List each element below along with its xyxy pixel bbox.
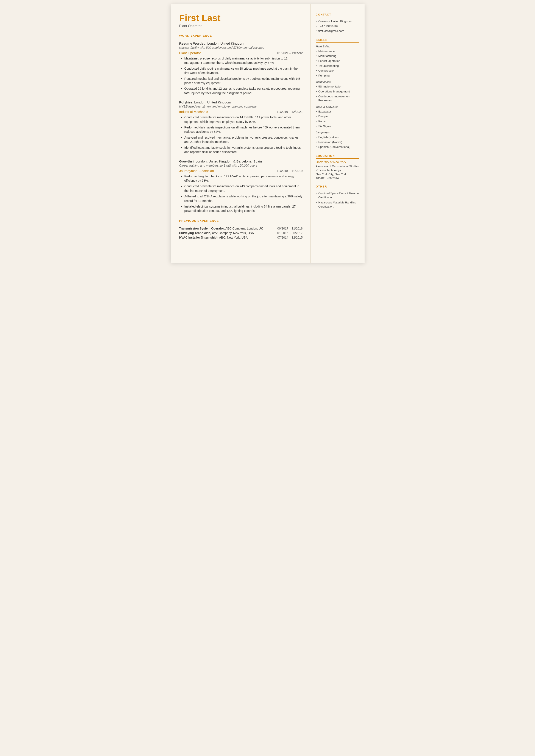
employer-rest-3: London, United Kingdom & Barcelona, Spai… <box>195 159 262 163</box>
job-dates-1: 01/2021 – Present <box>277 51 303 55</box>
main-column: First Last Plant Operator WORK EXPERIENC… <box>171 4 311 263</box>
job-title-1: Plant Operator <box>179 51 201 55</box>
tool-kaizen: Kaizen <box>316 119 359 124</box>
job-bullets-2: Conducted preventative maintenance on 14… <box>179 115 303 154</box>
prev-exp-row-2: Surveying Technician, XYZ Company, New Y… <box>179 231 303 235</box>
edu-school: University of New York <box>316 160 359 164</box>
skill-maintenance: Maintenance <box>316 49 359 54</box>
technique-5s: 5S Implementation <box>316 84 359 89</box>
job-row-3: Journeyman Electrician 12/2018 – 11/2019 <box>179 169 303 173</box>
bullet-3-3: Adhered to all OSHA regulations while wo… <box>181 194 303 203</box>
employer-desc-1: Nuclear facility with 500 employees and … <box>179 46 303 49</box>
hard-skills-list: Maintenance Manufacturing Forklift Opera… <box>316 49 359 78</box>
work-experience-header: WORK EXPERIENCE <box>179 34 303 38</box>
skill-troubleshooting: Troubleshooting <box>316 64 359 69</box>
technique-ci: Continuous Improvement Processes <box>316 94 359 103</box>
lang-romanian: Romanian (Native) <box>316 140 359 145</box>
skill-pumping: Pumping <box>316 73 359 78</box>
previous-experience-table: Transmission System Operator, ABC Compan… <box>179 227 303 239</box>
employer-rest-1: London, United Kingdom <box>207 42 244 45</box>
employer-bold-2: Polyhire, <box>179 100 193 104</box>
other-confined-space: Confined Space Entry & Rescue Certificat… <box>316 191 359 200</box>
employer-bold-3: Growthsi, <box>179 159 195 163</box>
job-block-2: Polyhire, London, United Kingdom NYSE-li… <box>179 100 303 154</box>
contact-email: first.last@gmail.com <box>316 29 359 34</box>
job-block-1: Resume Worded, London, United Kingdom Nu… <box>179 42 303 95</box>
bullet-3-1: Performed regular checks on 122 HVAC uni… <box>181 174 303 183</box>
skills-header: SKILLS <box>316 38 359 43</box>
hard-skills-label: Hard Skills: <box>316 45 359 48</box>
job-title-3: Journeyman Electrician <box>179 169 214 173</box>
job-bullets-3: Performed regular checks on 122 HVAC uni… <box>179 174 303 213</box>
job-dates-3: 12/2018 – 11/2019 <box>277 169 302 173</box>
bullet-1-4: Operated 29 forklifts and 12 cranes to c… <box>181 86 303 95</box>
languages-list: English (Native) Romanian (Native) Spani… <box>316 135 359 150</box>
bullet-2-1: Conducted preventative maintenance on 14… <box>181 115 303 124</box>
skill-forklift: Forklift Operation <box>316 59 359 64</box>
languages-label: Languages: <box>316 131 359 134</box>
name-title-block: First Last Plant Operator <box>179 13 303 28</box>
skill-compression: Compression <box>316 68 359 73</box>
techniques-list: 5S Implementation Operations Management … <box>316 84 359 103</box>
prev-exp-title-3: HVAC Installer (Internship), ABC, New Yo… <box>179 236 248 239</box>
bullet-1-2: Conducted daily routine maintenance on 3… <box>181 66 303 75</box>
other-header: OTHER <box>316 185 359 189</box>
edu-dates: 10/2011 - 06/2014 <box>316 176 359 180</box>
edu-degree: Associate of Occupational Studies <box>316 164 359 168</box>
edu-field: Process Technology <box>316 168 359 172</box>
contact-list: Coventry, United Kingdom +44 123456789 f… <box>316 19 359 34</box>
prev-exp-dates-2: 01/2016 – 05/2017 <box>277 231 302 235</box>
employer-bold-1: Resume Worded, <box>179 42 207 45</box>
education-header: EDUCATION <box>316 154 359 159</box>
lang-spanish: Spanish (Conversational) <box>316 145 359 150</box>
prev-exp-title-2: Surveying Technician, XYZ Company, New Y… <box>179 231 254 235</box>
bullet-2-3: Analyzed and resolved mechanical problem… <box>181 135 303 144</box>
resume-page: First Last Plant Operator WORK EXPERIENC… <box>171 4 365 263</box>
contact-header: CONTACT <box>316 13 359 17</box>
job-bullets-1: Maintained precise records of daily main… <box>179 56 303 95</box>
tools-list: Excavator Dumper Kaizen Six Sigma <box>316 109 359 129</box>
employer-desc-2: NYSE-listed recruitment and employer bra… <box>179 105 303 108</box>
previous-experience-header: PREVIOUS EXPERIENCE <box>179 219 303 223</box>
tool-sixsigma: Six Sigma <box>316 124 359 129</box>
contact-phone: +44 123456789 <box>316 24 359 29</box>
contact-address: Coventry, United Kingdom <box>316 19 359 24</box>
employer-name-2: Polyhire, London, United Kingdom <box>179 100 303 104</box>
prev-exp-row-1: Transmission System Operator, ABC Compan… <box>179 227 303 230</box>
job-block-3: Growthsi, London, United Kingdom & Barce… <box>179 159 303 213</box>
prev-exp-row-3: HVAC Installer (Internship), ABC, New Yo… <box>179 236 303 239</box>
prev-exp-dates-1: 06/2017 – 11/2018 <box>277 227 302 230</box>
lang-english: English (Native) <box>316 135 359 140</box>
employer-rest-2: London, United Kingdom <box>194 100 231 104</box>
techniques-label: Techniques: <box>316 80 359 83</box>
other-hazmat: Hazardous Materials Handling Certificati… <box>316 200 359 210</box>
job-dates-2: 12/2019 – 12/2021 <box>277 110 302 114</box>
job-title-2: Industrial Mechanic <box>179 110 208 114</box>
tool-excavator: Excavator <box>316 109 359 114</box>
bullet-2-2: Performed daily safety inspections on al… <box>181 125 303 134</box>
job-row-1: Plant Operator 01/2021 – Present <box>179 51 303 55</box>
tool-dumper: Dumper <box>316 114 359 119</box>
bullet-1-1: Maintained precise records of daily main… <box>181 56 303 65</box>
technique-ops: Operations Management <box>316 89 359 94</box>
skill-manufacturing: Manufacturing <box>316 54 359 59</box>
employer-name-1: Resume Worded, London, United Kingdom <box>179 42 303 45</box>
sidebar-column: CONTACT Coventry, United Kingdom +44 123… <box>311 4 365 263</box>
candidate-name: First Last <box>179 13 303 23</box>
other-list: Confined Space Entry & Rescue Certificat… <box>316 191 359 210</box>
employer-name-3: Growthsi, London, United Kingdom & Barce… <box>179 159 303 163</box>
candidate-subtitle: Plant Operator <box>179 24 303 28</box>
bullet-3-2: Conducted preventative maintenance on 24… <box>181 184 303 193</box>
employer-desc-3: Career training and membership SaaS with… <box>179 164 303 167</box>
prev-exp-dates-3: 07/2014 – 12/2015 <box>277 236 302 239</box>
bullet-2-4: Identified leaks and faulty seals in hyd… <box>181 146 303 154</box>
education-block: University of New York Associate of Occu… <box>316 160 359 181</box>
tools-label: Tools & Software: <box>316 105 359 108</box>
job-row-2: Industrial Mechanic 12/2019 – 12/2021 <box>179 110 303 114</box>
bullet-1-3: Repaired mechanical and electrical probl… <box>181 76 303 85</box>
edu-location: New York City, New York <box>316 172 359 176</box>
prev-exp-title-1: Transmission System Operator, ABC Compan… <box>179 227 263 230</box>
bullet-3-4: Installed electrical systems in industri… <box>181 204 303 213</box>
